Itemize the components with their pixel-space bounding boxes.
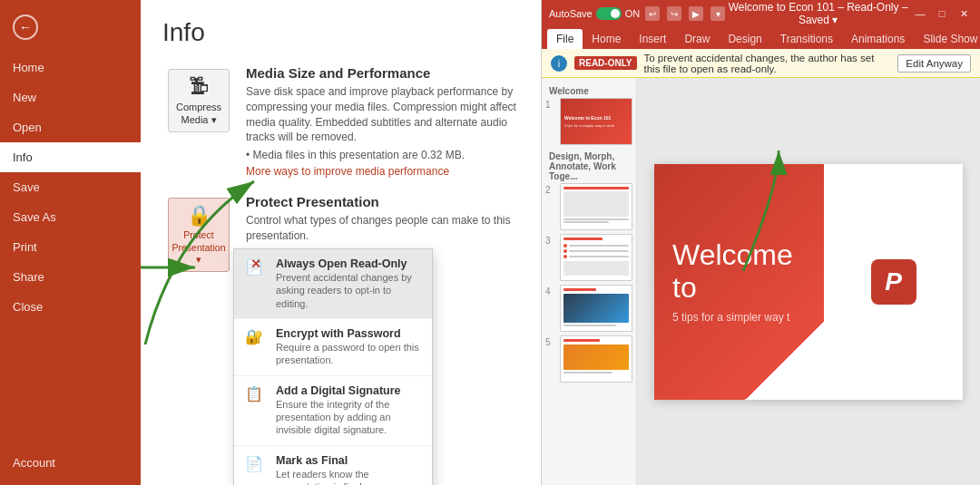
mark-final-item-text: Mark as Final Let readers know the prese… xyxy=(276,454,421,485)
slide-thumbnails-panel: Welcome 1 Welcome to Econ 101 5 tips for… xyxy=(542,78,637,485)
cross-overlay: ✕ xyxy=(250,257,261,271)
title-bar-left: AutoSave ON ↩ ↪ ▶ ▾ xyxy=(549,6,725,21)
protect-dropdown-menu: 📄 ✕ Always Open Read-Only Prevent accide… xyxy=(233,248,433,485)
sidebar-item-info[interactable]: Info xyxy=(0,142,141,172)
sidebar-item-account[interactable]: Account xyxy=(0,448,141,478)
mark-final-item-title: Mark as Final xyxy=(276,454,421,467)
slide-thumbnail-5[interactable]: 5 xyxy=(545,335,632,383)
sidebar-item-save-as[interactable]: Save As xyxy=(0,202,141,232)
tab-draw[interactable]: Draw xyxy=(675,29,719,49)
readonly-bar: i READ-ONLY To prevent accidental change… xyxy=(542,49,980,78)
slide-left-content: Welcome to 5 tips for a simpler way t xyxy=(654,164,824,400)
encrypt-icon: 🔐 xyxy=(245,328,269,345)
tab-transitions[interactable]: Transitions xyxy=(771,29,842,49)
slide-num-2: 2 xyxy=(545,183,556,195)
sidebar-item-close[interactable]: Close xyxy=(0,292,141,322)
slide-area: Welcome 1 Welcome to Econ 101 5 tips for… xyxy=(542,78,980,485)
slide-main-view: Welcome to 5 tips for a simpler way t P xyxy=(637,78,980,485)
undo-icon[interactable]: ↩ xyxy=(645,6,660,21)
title-bar-icons: ↩ ↪ ▶ ▾ xyxy=(645,6,725,21)
minimize-button[interactable]: — xyxy=(911,5,929,23)
ribbon-tabs: File Home Insert Draw Design Transitions… xyxy=(542,27,980,49)
protect-section-desc: Control what types of changes people can… xyxy=(246,213,519,244)
protect-section-title: Protect Presentation xyxy=(246,194,519,209)
close-button[interactable]: ✕ xyxy=(955,5,973,23)
readonly-badge: READ-ONLY xyxy=(574,56,637,70)
slide-welcome-text: Welcome to xyxy=(672,239,806,303)
tab-file[interactable]: File xyxy=(547,29,583,49)
slide-num-1: 1 xyxy=(545,98,556,110)
maximize-button[interactable]: □ xyxy=(933,5,951,23)
compress-media-button[interactable]: 🗜 CompressMedia ▾ xyxy=(168,69,230,132)
autosave-toggle[interactable] xyxy=(596,7,622,20)
readonly-item-text: Always Open Read-Only Prevent accidental… xyxy=(276,257,421,310)
sidebar-item-new[interactable]: New xyxy=(0,82,141,112)
encrypt-item-title: Encrypt with Password xyxy=(276,327,421,340)
compress-media-icon-area: 🗜 CompressMedia ▾ xyxy=(162,65,235,178)
tab-home[interactable]: Home xyxy=(583,29,630,49)
slide-thumb-img-2 xyxy=(560,183,632,230)
main-slide: Welcome to 5 tips for a simpler way t P xyxy=(654,164,963,400)
slide-thumbnail-1[interactable]: 1 Welcome to Econ 101 5 tips for a simpl… xyxy=(545,98,632,145)
protect-label: ProtectPresentation ▾ xyxy=(172,229,226,267)
media-performance-link[interactable]: More ways to improve media performance xyxy=(246,165,519,178)
tab-animations[interactable]: Animations xyxy=(842,29,914,49)
slide-thumb-img-5 xyxy=(560,335,632,383)
media-section-title: Media Size and Performance xyxy=(246,65,519,81)
media-section: 🗜 CompressMedia ▾ Media Size and Perform… xyxy=(162,65,519,178)
sidebar-item-open[interactable]: Open xyxy=(0,112,141,142)
window-controls: — □ ✕ xyxy=(911,5,973,23)
slide-right-content: P xyxy=(824,164,963,400)
compress-media-label: CompressMedia ▾ xyxy=(176,101,221,127)
toggle-state-label: ON xyxy=(625,8,641,19)
slide-thumb-img-3 xyxy=(560,234,632,281)
slide-thumbnail-2[interactable]: 2 xyxy=(545,183,632,230)
more-icon[interactable]: ▾ xyxy=(710,6,725,21)
section-label-design: Design, Morph, Annotate, Work Toge... xyxy=(545,149,632,183)
dropdown-item-signature[interactable]: 📋 Add a Digital Signature Ensure the int… xyxy=(234,376,432,446)
dropdown-item-encrypt[interactable]: 🔐 Encrypt with Password Require a passwo… xyxy=(234,319,432,376)
mark-final-item-desc: Let readers know the presentation is fin… xyxy=(276,468,421,485)
slide-thumbnail-3[interactable]: 3 xyxy=(545,234,632,281)
readonly-icon: 📄 ✕ xyxy=(245,258,269,276)
dropdown-item-readonly[interactable]: 📄 ✕ Always Open Read-Only Prevent accide… xyxy=(234,249,432,319)
sidebar-item-share[interactable]: Share xyxy=(0,262,141,292)
slide-subtitle: 5 tips for a simpler way t xyxy=(672,311,806,324)
protect-icon: 🔒 xyxy=(187,206,211,226)
present-icon[interactable]: ▶ xyxy=(689,6,703,21)
back-button[interactable]: ← xyxy=(0,7,141,47)
protect-icon-area: 🔒 ProtectPresentation ▾ xyxy=(162,194,235,272)
readonly-item-desc: Prevent accidental changes by asking rea… xyxy=(276,271,421,310)
tab-insert[interactable]: Insert xyxy=(630,29,675,49)
signature-icon: 📋 xyxy=(245,385,269,403)
redo-icon[interactable]: ↪ xyxy=(667,6,681,21)
protect-section: 🔒 ProtectPresentation ▾ Protect Presenta… xyxy=(162,194,519,272)
readonly-item-title: Always Open Read-Only xyxy=(276,257,421,270)
readonly-text: To prevent accidental changes, the autho… xyxy=(644,53,891,74)
section-label-welcome: Welcome xyxy=(545,83,632,98)
signature-item-title: Add a Digital Signature xyxy=(276,384,421,397)
info-icon: i xyxy=(551,55,567,72)
sidebar-item-print[interactable]: Print xyxy=(0,232,141,262)
title-bar: AutoSave ON ↩ ↪ ▶ ▾ Welcome to Econ 101 … xyxy=(542,0,980,27)
tab-slideshow[interactable]: Slide Show xyxy=(914,29,980,49)
sidebar: ← Home New Open Info Save Save As Print … xyxy=(0,0,141,485)
edit-anyway-button[interactable]: Edit Anyway xyxy=(897,54,971,73)
page-title: Info xyxy=(162,18,519,47)
protect-presentation-button[interactable]: 🔒 ProtectPresentation ▾ xyxy=(168,198,230,272)
dropdown-item-mark-final[interactable]: 📄 Mark as Final Let readers know the pre… xyxy=(234,446,432,485)
sidebar-item-home[interactable]: Home xyxy=(0,53,141,82)
main-content-area: Info 🗜 CompressMedia ▾ Media Size and Pe… xyxy=(141,0,541,485)
media-section-desc: Save disk space and improve playback per… xyxy=(246,84,519,145)
autosave-label: AutoSave xyxy=(549,8,593,19)
media-section-bullet: Media files in this presentation are 0.3… xyxy=(246,149,519,161)
compress-icon: 🗜 xyxy=(189,77,209,97)
tab-design[interactable]: Design xyxy=(719,29,770,49)
encrypt-item-desc: Require a password to open this presenta… xyxy=(276,341,421,367)
sidebar-item-save[interactable]: Save xyxy=(0,172,141,202)
powerpoint-logo: P xyxy=(871,259,916,305)
encrypt-item-text: Encrypt with Password Require a password… xyxy=(276,327,421,367)
mark-final-icon: 📄 xyxy=(245,455,269,472)
signature-item-desc: Ensure the integrity of the presentation… xyxy=(276,398,421,437)
slide-thumbnail-4[interactable]: 4 xyxy=(545,285,632,332)
